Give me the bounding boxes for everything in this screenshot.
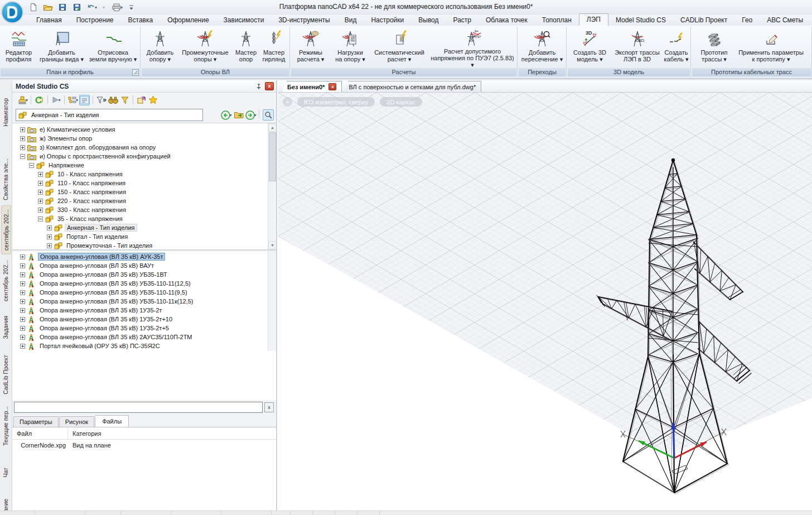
dock-tab-5[interactable]: CadLib Проект: [1, 352, 11, 398]
list-item[interactable]: Опора анкерно-угловая (ВЛ 35 кВ) УБ35-11…: [12, 297, 276, 306]
expand-icon[interactable]: [20, 290, 25, 295]
list-item[interactable]: Опора анкерно-угловая (ВЛ 35 кВ) 1У35-2т…: [12, 315, 276, 324]
scroll-down-icon[interactable]: ▼: [268, 241, 276, 249]
nav-back-icon[interactable]: ▾: [221, 109, 232, 121]
expand-icon[interactable]: [20, 281, 25, 286]
nanocad-logo[interactable]: [1, 1, 23, 23]
ribbon-button-0-0[interactable]: Редакторпрофиля: [2, 27, 36, 68]
list-item[interactable]: Опора анкерно-угловая (ВЛ 35 кВ) 1У35-2т: [12, 306, 276, 315]
list-item[interactable]: Портал ячейковый (ОРУ 35 кВ) ПС-35Я2С: [12, 341, 276, 350]
panel-close-icon[interactable]: x: [265, 82, 274, 90]
list-item[interactable]: Опора анкерно-угловая (ВЛ 35 кВ) 1У35-2т…: [12, 324, 276, 333]
tree-item[interactable]: Портал - Тип изделия: [12, 232, 276, 241]
tree-item[interactable]: 10 - Класс напряжения: [12, 170, 276, 179]
ribbon-button-1-0[interactable]: Добавитьопору ▾: [142, 27, 178, 68]
tree-options-icon[interactable]: ▾: [67, 95, 78, 105]
ribbon-tab-0[interactable]: Главная: [29, 15, 69, 26]
files-col-category[interactable]: Категория: [68, 430, 101, 437]
panel-tab-1[interactable]: Рисунок: [59, 416, 95, 427]
document-tab-0[interactable]: Без имени0*x: [282, 81, 342, 92]
ribbon-button-2-1[interactable]: 100011Нагрузкина опору ▾: [330, 27, 370, 68]
document-tab-1[interactable]: ВЛ с поверхностью и сетками для публ.dwg…: [343, 81, 481, 92]
dock-tab-4[interactable]: Задания: [1, 312, 11, 343]
view-overlay-1[interactable]: ЮЗ изометрия, сверху: [297, 97, 375, 107]
binoculars-icon[interactable]: [108, 95, 118, 105]
tree-item[interactable]: з) Комплект доп. оборудования на опору: [12, 143, 276, 152]
pipette-icon[interactable]: [263, 109, 274, 121]
play-icon[interactable]: ▾: [51, 95, 61, 105]
ribbon-tab-2[interactable]: Вставка: [121, 15, 161, 26]
list-item[interactable]: Опора анкерно-угловая (ВЛ 35 кВ) УБ35-11…: [12, 279, 276, 288]
tree-item[interactable]: Напряжение: [12, 161, 276, 170]
tree-item[interactable]: 330 - Класс напряжения: [12, 205, 276, 214]
expand-icon[interactable]: [20, 317, 25, 322]
ribbon-button-2-0[interactable]: Режимырасчета ▾: [291, 27, 330, 68]
file-row[interactable]: CornerNode.xpg Вид на плане: [12, 440, 276, 451]
view-overlay-2[interactable]: 2D-каркас: [380, 97, 422, 107]
ribbon-tab-12[interactable]: ЛЭП: [579, 13, 608, 26]
expand-icon[interactable]: [20, 335, 25, 340]
export-icon[interactable]: [136, 95, 147, 105]
add-view-overlay[interactable]: +: [283, 97, 292, 107]
expand-icon[interactable]: [20, 136, 25, 141]
ribbon-button-4-0[interactable]: 3DСоздать 3Dмодель ▾: [568, 27, 612, 68]
list-item[interactable]: Опора анкерно-угловая (ВЛ 35 кВ) АУК-35т: [12, 252, 276, 261]
ribbon-tab-3[interactable]: Оформление: [160, 15, 216, 26]
collapse-icon[interactable]: [20, 154, 25, 159]
tree-item[interactable]: Промежуточная - Тип изделия: [12, 241, 276, 250]
ribbon-button-4-2[interactable]: Создатькабель ▾: [663, 27, 690, 68]
ribbon-tab-4[interactable]: Зависимости: [216, 15, 272, 26]
expand-icon[interactable]: [20, 263, 25, 268]
expand-icon[interactable]: [47, 243, 52, 248]
ribbon-tab-9[interactable]: Растр: [446, 15, 478, 26]
dock-tab-3[interactable]: сентябрь 202...: [1, 257, 11, 305]
expand-icon[interactable]: [20, 272, 25, 277]
list-item[interactable]: Опора анкерно-угловая (ВЛ 35 кВ) УБ35-11…: [12, 288, 276, 297]
tree-item[interactable]: 220 - Класс напряжения: [12, 196, 276, 205]
ribbon-tab-14[interactable]: CADLib Проект: [673, 15, 734, 26]
tree-item[interactable]: и) Опоры с пространственной конфигурацие…: [12, 152, 276, 161]
expand-icon[interactable]: [38, 208, 43, 213]
expand-icon[interactable]: [20, 344, 25, 349]
funnel-icon[interactable]: [119, 95, 130, 105]
panel-tab-0[interactable]: Параметры: [13, 416, 59, 427]
list-view-icon[interactable]: [79, 95, 90, 105]
dock-tab-7[interactable]: Чат: [1, 464, 11, 480]
expand-icon[interactable]: [38, 199, 43, 204]
dialog-launcher-icon[interactable]: ◿: [132, 69, 139, 76]
favorites-icon[interactable]: [148, 95, 158, 105]
expand-icon[interactable]: [47, 234, 52, 239]
list-item[interactable]: Опора анкерно-угловая (ВЛ 35 кВ) ВАУт: [12, 261, 276, 270]
list-item[interactable]: Опора анкерно-угловая (ВЛ 35 кВ) УБ35-1В…: [12, 270, 276, 279]
ribbon-button-2-2[interactable]: 100011Систематическийрасчет ▾: [370, 27, 428, 68]
ribbon-button-0-2[interactable]: Отрисовказемли вручную ▾: [88, 27, 139, 68]
close-document-icon[interactable]: x: [328, 83, 336, 90]
ribbon-tab-7[interactable]: Настройки: [364, 15, 411, 26]
ribbon-tab-13[interactable]: Model Studio CS: [608, 15, 673, 26]
tree-item[interactable]: ж) Элементы опор: [12, 134, 276, 143]
expand-icon[interactable]: [20, 326, 25, 331]
ribbon-tab-15[interactable]: Гео: [734, 15, 760, 26]
ribbon-button-5-0[interactable]: Прототиптрассы ▾: [695, 27, 734, 68]
filter-input[interactable]: [14, 402, 263, 413]
expand-icon[interactable]: [38, 172, 43, 177]
ribbon-button-1-2[interactable]: Мастеропор: [233, 27, 259, 68]
dock-tab-2[interactable]: сентябрь 202...: [1, 205, 11, 254]
ribbon-tab-11[interactable]: Топоплан: [535, 15, 579, 26]
collapse-icon[interactable]: [38, 216, 43, 222]
ribbon-button-1-1[interactable]: Промежуточныеопоры ▾: [178, 27, 233, 68]
filter-icon[interactable]: ▾: [96, 95, 107, 105]
expand-icon[interactable]: [20, 299, 25, 304]
dock-tab-6[interactable]: Текущие пер...: [1, 403, 11, 449]
expand-icon[interactable]: [20, 145, 25, 150]
3d-viewport[interactable]: [278, 93, 812, 510]
ribbon-tab-16[interactable]: АВС Сметы: [760, 15, 810, 26]
list-item[interactable]: Опора анкерно-угловая (ВЛ 35 кВ) 2АУС35/…: [12, 333, 276, 341]
ribbon-button-2-3[interactable]: 6=ПУЭ7Расчет допустимогонапряжения по ПУ…: [428, 27, 516, 68]
ribbon-tab-10[interactable]: Облака точек: [478, 15, 535, 26]
expand-icon[interactable]: [47, 225, 52, 230]
panel-tab-2[interactable]: Файлы: [95, 415, 129, 427]
tree-scrollbar[interactable]: ▲ ▼: [268, 123, 276, 249]
filter-clear-button[interactable]: x: [264, 402, 274, 412]
tree-scroll-thumb[interactable]: [269, 132, 276, 181]
